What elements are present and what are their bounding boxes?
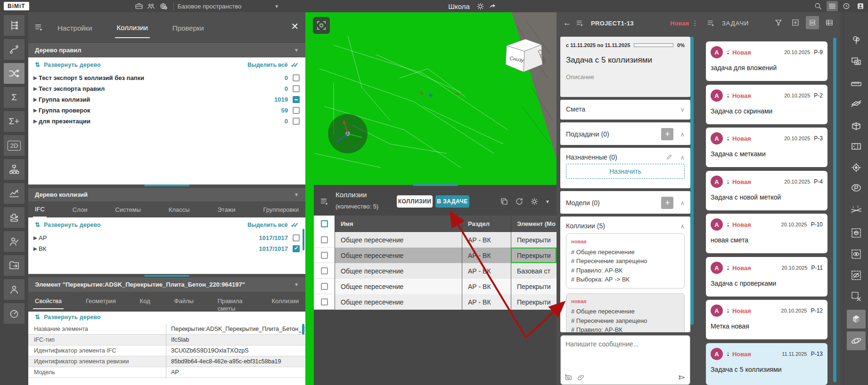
isolate-icon[interactable]: [847, 224, 866, 242]
approvals-icon[interactable]: [4, 231, 25, 252]
caret-right-icon[interactable]: ▶: [32, 246, 39, 252]
export-folder-icon[interactable]: [4, 255, 25, 276]
charts-icon[interactable]: [4, 183, 25, 204]
table-settings-gear-icon[interactable]: [530, 197, 539, 206]
panel-resize-handle[interactable]: [144, 275, 189, 277]
tab-sloi[interactable]: Слои: [71, 202, 90, 217]
sum-add-icon[interactable]: Σ+: [4, 111, 25, 132]
chevron-up-icon[interactable]: ∧: [680, 223, 685, 230]
properties-scrollbar[interactable]: [302, 324, 304, 335]
section-plane-icon[interactable]: [847, 94, 866, 113]
table-row-selected[interactable]: Общее пересечениеАР - ВКПерекрыти: [314, 248, 557, 263]
section-box-icon[interactable]: [847, 117, 866, 136]
panel-menu-icon[interactable]: [33, 22, 45, 32]
expand-tree-link[interactable]: ⇅Развернуть дерево: [35, 61, 101, 68]
list-view-icon[interactable]: [827, 1, 838, 11]
column-section[interactable]: Раздел: [462, 216, 511, 232]
tab-kollizii-element[interactable]: Коллизии: [270, 294, 301, 308]
select-all-link[interactable]: Выделить всё✓✓: [247, 221, 299, 229]
table-view-icon[interactable]: [823, 16, 836, 29]
copy-icon[interactable]: [500, 197, 508, 206]
caret-right-icon[interactable]: ▶: [32, 75, 39, 81]
tree-item[interactable]: ▶Группа проверок59: [28, 105, 305, 115]
chevron-down-icon[interactable]: ▼: [545, 199, 550, 204]
row-checkbox[interactable]: [321, 298, 328, 305]
row-checkbox[interactable]: [321, 267, 328, 274]
checkbox[interactable]: [293, 74, 300, 81]
assignees-section[interactable]: Назначенные (0) ∧ Назначить: [560, 148, 690, 188]
caret-right-icon[interactable]: ▶: [32, 107, 39, 113]
hide-icon[interactable]: [847, 266, 866, 285]
task-card-selected[interactable]: А▲▲Новая11.11.2025P-13 Задача с 5 коллиз…: [706, 343, 827, 385]
estimate-section[interactable]: Смета∨: [560, 100, 690, 120]
collision-card[interactable]: новая # Общее пересечение # Пересечение …: [566, 293, 685, 333]
more-menu-icon[interactable]: ⋮: [692, 19, 698, 27]
tree-item[interactable]: ▶Тест экспорта правил0: [28, 83, 305, 94]
sum-icon[interactable]: Σ: [4, 87, 25, 108]
tab-klassy[interactable]: Классы: [167, 202, 192, 217]
task-card[interactable]: А▲▲Новая20.10.2025P-2 Задача со скринами: [706, 85, 827, 124]
panel-menu-icon[interactable]: [319, 196, 331, 207]
globe-badge-icon[interactable]: [157, 1, 170, 11]
collisions-tree-header[interactable]: Дерево коллизий ▼: [28, 187, 305, 201]
task-card[interactable]: А▲▲Новая20.10.2025P-9 задача для вложени…: [706, 41, 827, 81]
screenshot-camera-button[interactable]: [313, 17, 330, 34]
select-all-link[interactable]: Выделить всё✓✓: [247, 61, 299, 69]
selection-group-icon[interactable]: [847, 52, 866, 71]
task-card[interactable]: А▲▲Новая20.10.2025P-12 Метка новая: [706, 300, 827, 339]
structure-icon[interactable]: [4, 159, 25, 180]
task-panel-scrollbar[interactable]: [690, 37, 694, 325]
close-icon[interactable]: ✕: [291, 22, 299, 31]
tab-fayly[interactable]: Файлы: [172, 294, 196, 308]
camera-attach-icon[interactable]: [565, 374, 573, 382]
panel-menu-icon[interactable]: [705, 18, 717, 28]
message-input[interactable]: [561, 336, 690, 366]
clear-selection-icon[interactable]: [847, 287, 866, 306]
collision-card[interactable]: новая # Общее пересечение # Пересечение …: [566, 233, 685, 289]
share-icon[interactable]: [487, 1, 499, 11]
select-all-checkbox[interactable]: [321, 220, 328, 227]
caret-right-icon[interactable]: ▶: [32, 118, 39, 124]
add-subtask-button[interactable]: +: [661, 128, 673, 140]
tree-item[interactable]: ▶ВК1017/1017: [28, 243, 305, 254]
element-header[interactable]: Элемент "Перекрытие:ADSK_Перекрытие_Плит…: [28, 277, 305, 292]
chevron-up-icon[interactable]: ∧: [680, 154, 685, 161]
caret-right-icon[interactable]: ▶: [32, 96, 39, 103]
task-card[interactable]: А▲▲Новая20.10.2025P-11 Задача с проверка…: [706, 257, 827, 297]
2d-view-icon[interactable]: 2D: [4, 135, 25, 156]
add-model-button[interactable]: +: [661, 197, 673, 209]
clash-detection-icon[interactable]: [4, 63, 25, 84]
expand-tree-link[interactable]: ⇅Развернуть дерево: [35, 313, 101, 321]
task-card[interactable]: А▲▲Новая20.10.2025P-10 новая смета: [706, 214, 827, 253]
checkbox[interactable]: [293, 85, 300, 92]
models-section[interactable]: Модели (0)+∧: [560, 191, 690, 214]
table-row[interactable]: Общее пересечениеАР - ВКПерекрыти: [314, 294, 557, 310]
checkbox-checked[interactable]: [293, 245, 300, 252]
plugins-icon[interactable]: [4, 207, 25, 228]
floor-plan-icon[interactable]: [847, 137, 866, 156]
show-icon[interactable]: [847, 245, 866, 264]
dependencies-icon[interactable]: [4, 39, 25, 60]
tree-item[interactable]: ▶Группа коллизий1019: [28, 94, 305, 104]
settings-gear-icon[interactable]: [475, 1, 487, 11]
chevron-up-icon[interactable]: ∧: [680, 200, 685, 207]
column-element[interactable]: Элемент (Мо: [511, 216, 557, 232]
back-arrow-icon[interactable]: ←: [563, 18, 571, 28]
row-checkbox[interactable]: [321, 252, 328, 259]
paperclip-icon[interactable]: [577, 374, 585, 381]
panel-resize-handle[interactable]: [144, 184, 189, 186]
dimensions-icon[interactable]: 12: [847, 201, 866, 220]
briefcase-icon[interactable]: [133, 1, 145, 11]
panel-resize-handle[interactable]: [413, 184, 458, 186]
focus-icon[interactable]: [847, 158, 866, 177]
caret-right-icon[interactable]: ▶: [32, 86, 39, 92]
expand-tree-link[interactable]: ⇅Развернуть дерево: [35, 221, 101, 228]
table-row[interactable]: Общее пересечениеАР - ВКПерекрыти: [314, 232, 557, 248]
orbit-icon[interactable]: [847, 331, 866, 350]
tab-proverki[interactable]: Проверки: [171, 17, 206, 38]
checkbox[interactable]: [293, 107, 300, 114]
checkbox-indeterminate[interactable]: [293, 96, 300, 103]
table-row[interactable]: Общее пересечениеАР - ВКБазовая ст: [314, 263, 557, 279]
tab-etazhi[interactable]: Этажи: [215, 202, 237, 217]
tasks-scrollbar[interactable]: [833, 38, 836, 382]
